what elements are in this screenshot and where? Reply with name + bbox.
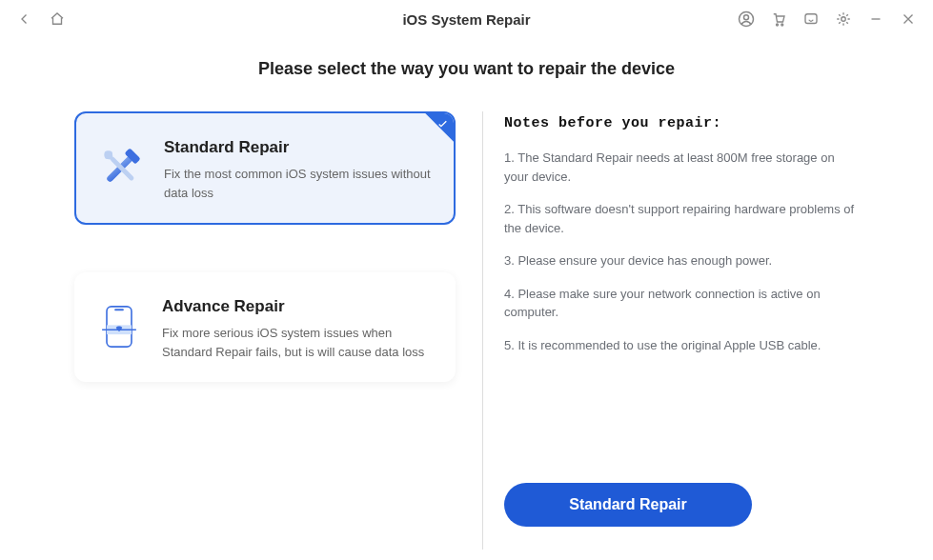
account-button[interactable] [733, 6, 760, 32]
option-desc: Fix more serious iOS system issues when … [162, 324, 436, 361]
svg-rect-4 [805, 14, 817, 24]
home-button[interactable] [44, 6, 71, 32]
svg-point-3 [781, 24, 783, 26]
notes-heading: Notes before you repair: [504, 115, 859, 131]
selected-badge [414, 113, 454, 153]
note-item: 1. The Standard Repair needs at least 80… [504, 149, 859, 186]
minimize-icon [867, 10, 884, 28]
note-item: 5. It is recommended to use the original… [504, 336, 859, 355]
cart-icon [770, 10, 787, 28]
minimize-button[interactable] [862, 6, 889, 32]
repair-options: Standard Repair Fix the most common iOS … [74, 111, 456, 550]
close-icon [900, 10, 917, 28]
option-title: Advance Repair [162, 297, 436, 316]
gear-icon [835, 10, 852, 28]
svg-point-1 [744, 15, 749, 20]
option-advance-repair[interactable]: Advance Repair Fix more serious iOS syst… [74, 272, 456, 382]
page-headline: Please select the way you want to repair… [0, 59, 933, 79]
feedback-button[interactable] [798, 6, 824, 32]
option-desc: Fix the most common iOS system issues wi… [164, 165, 435, 202]
close-button[interactable] [895, 6, 922, 32]
smile-icon [802, 10, 820, 28]
notes-panel: Notes before you repair: 1. The Standard… [482, 111, 859, 550]
option-title: Standard Repair [164, 138, 435, 157]
option-standard-repair[interactable]: Standard Repair Fix the most common iOS … [74, 111, 456, 225]
arrow-left-icon [16, 10, 33, 28]
svg-point-5 [842, 17, 846, 22]
note-item: 2. This software doesn't support repairi… [504, 200, 859, 237]
cart-button[interactable] [765, 6, 792, 32]
titlebar: iOS System Repair [0, 0, 933, 38]
svg-rect-12 [114, 309, 124, 310]
back-button[interactable] [11, 6, 38, 32]
user-icon [737, 10, 756, 29]
phone-scan-icon [91, 299, 147, 354]
note-item: 3. Please ensure your device has enough … [504, 251, 859, 270]
tools-icon [93, 140, 149, 195]
check-icon [436, 118, 449, 130]
note-item: 4. Please make sure your network connect… [504, 285, 859, 322]
home-icon [49, 10, 66, 28]
svg-point-2 [777, 24, 779, 26]
start-repair-button[interactable]: Standard Repair [504, 483, 752, 527]
settings-button[interactable] [830, 6, 857, 32]
